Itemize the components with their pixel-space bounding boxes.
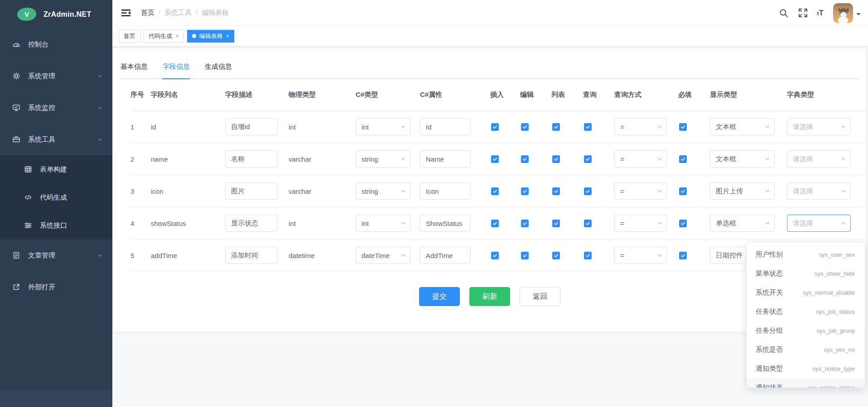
sidebar-collapse-bar[interactable] [0, 390, 112, 407]
user-menu[interactable] [833, 3, 861, 23]
fullscreen-icon[interactable] [798, 8, 808, 18]
sidebar-item-系统接口[interactable]: 系统接口 [0, 211, 112, 239]
app-logo[interactable]: V ZrAdmin.NET [0, 0, 112, 29]
edit-checkbox[interactable] [521, 123, 529, 131]
field-desc-input[interactable] [225, 182, 278, 200]
tab-生成信息[interactable]: 生成信息 [205, 62, 232, 71]
display-type-select[interactable]: 单选框 [710, 215, 775, 232]
cs-type-select[interactable]: string [356, 150, 410, 168]
submit-button[interactable]: 提交 [419, 287, 460, 306]
cs-type-select[interactable]: string [356, 182, 410, 200]
tab-字段信息[interactable]: 字段信息 [163, 62, 190, 71]
dict-option-sys_yes_no[interactable]: 系统是否sys_yes_no [747, 340, 865, 359]
sidebar-menu: 控制台系统管理系统监控系统工具表单构建代码生成系统接口文章管理外部打开 [0, 29, 112, 303]
list-checkbox[interactable] [552, 123, 560, 131]
dict-type-dropdown: 用户性别sys_user_sex菜单状态sys_show_hide系统开关sys… [746, 242, 865, 388]
edit-checkbox[interactable] [521, 155, 529, 163]
dict-option-label: 菜单状态 [756, 269, 783, 278]
tab-编辑表格[interactable]: 编辑表格× [187, 30, 235, 43]
breadcrumb-system-tools[interactable]: 系统工具 [164, 9, 192, 17]
insert-checkbox[interactable] [491, 252, 499, 259]
query-checkbox[interactable] [584, 123, 592, 131]
sidebar-item-外部打开[interactable]: 外部打开 [0, 271, 112, 303]
tab-代码生成[interactable]: 代码生成× [144, 30, 184, 43]
list-checkbox[interactable] [552, 220, 560, 227]
sidebar-item-系统工具[interactable]: 系统工具 [0, 124, 112, 155]
display-type-select[interactable]: 文本框 [710, 118, 775, 135]
field-desc-input[interactable] [225, 247, 278, 264]
external-link-icon [12, 283, 20, 291]
sidebar-item-文章管理[interactable]: 文章管理 [0, 239, 112, 271]
insert-checkbox[interactable] [491, 220, 499, 227]
cs-prop-input[interactable] [420, 118, 471, 135]
tab-首页[interactable]: 首页 [119, 30, 140, 43]
cs-prop-input[interactable] [420, 215, 471, 232]
list-checkbox[interactable] [552, 187, 560, 195]
dict-type-select[interactable]: 请选择 [787, 118, 851, 135]
query-checkbox[interactable] [584, 252, 592, 259]
query-mode-select[interactable]: = [614, 247, 667, 264]
dict-type-select[interactable]: 请选择 [787, 215, 851, 232]
dict-option-sys_normal_disable[interactable]: 系统开关sys_normal_disable [747, 283, 865, 302]
required-checkbox[interactable] [679, 155, 687, 163]
query-mode-select[interactable]: = [614, 150, 667, 168]
breadcrumb-edit-table[interactable]: 编辑表格 [202, 9, 229, 17]
select-value: string [362, 155, 400, 163]
sidebar-item-系统管理[interactable]: 系统管理 [0, 60, 112, 92]
field-desc-input[interactable] [225, 150, 278, 168]
tab-基本信息[interactable]: 基本信息 [121, 62, 148, 71]
column-header-必填: 必填 [678, 91, 710, 99]
back-button[interactable]: 返回 [520, 287, 560, 306]
query-mode-select[interactable]: = [614, 118, 667, 135]
font-size-icon[interactable]: tT [817, 9, 824, 18]
query-checkbox[interactable] [584, 187, 592, 195]
query-checkbox[interactable] [584, 220, 592, 227]
search-icon[interactable] [779, 8, 789, 18]
display-type-select[interactable]: 图片上传 [710, 182, 775, 200]
query-mode-select[interactable]: = [614, 215, 667, 232]
field-desc-input[interactable] [225, 118, 278, 135]
required-checkbox[interactable] [679, 187, 687, 195]
close-icon[interactable]: × [175, 33, 179, 39]
dict-type-select[interactable]: 请选择 [787, 182, 851, 200]
edit-checkbox[interactable] [521, 252, 529, 259]
dict-option-sys_notice_type[interactable]: 通知类型sys_notice_type [747, 359, 865, 378]
dict-option-sys_show_hide[interactable]: 菜单状态sys_show_hide [747, 264, 865, 283]
cs-type-select[interactable]: int [356, 215, 410, 232]
cs-type-select[interactable]: dateTime [356, 247, 410, 264]
dict-option-sys_user_sex[interactable]: 用户性别sys_user_sex [747, 245, 865, 264]
required-checkbox[interactable] [679, 252, 687, 259]
sidebar-toggle-icon[interactable] [121, 9, 130, 17]
cs-type-select[interactable]: int [356, 118, 410, 135]
required-checkbox[interactable] [679, 220, 687, 227]
sidebar-item-代码生成[interactable]: 代码生成 [0, 183, 112, 211]
sidebar-item-系统监控[interactable]: 系统监控 [0, 92, 112, 124]
insert-checkbox[interactable] [491, 123, 499, 131]
list-checkbox[interactable] [552, 252, 560, 259]
dict-option-sys_job_group[interactable]: 任务分组sys_job_group [747, 321, 865, 340]
insert-checkbox[interactable] [491, 155, 499, 163]
dict-option-sys_notice_status[interactable]: 通知状态sys_notice_status [747, 378, 865, 388]
display-type-select[interactable]: 文本框 [710, 150, 775, 168]
close-icon[interactable]: × [226, 33, 230, 39]
sidebar-item-控制台[interactable]: 控制台 [0, 29, 112, 60]
table-header-row: 序号字段列名字段描述物理类型C#类型C#属性插入编辑列表查询查询方式必填显示类型… [130, 79, 866, 111]
cs-prop-input[interactable] [420, 247, 471, 264]
sidebar-item-表单构建[interactable]: 表单构建 [0, 155, 112, 183]
edit-checkbox[interactable] [521, 187, 529, 195]
field-desc-input[interactable] [225, 215, 278, 232]
insert-checkbox[interactable] [491, 187, 499, 195]
refresh-button[interactable]: 刷新 [469, 287, 510, 306]
required-checkbox[interactable] [679, 123, 687, 131]
user-avatar[interactable] [833, 3, 853, 23]
query-checkbox[interactable] [584, 155, 592, 163]
dict-type-select[interactable]: 请选择 [787, 150, 851, 168]
list-checkbox[interactable] [552, 155, 560, 163]
cs-prop-input[interactable] [420, 182, 471, 200]
dict-option-sys_job_status[interactable]: 任务状态sys_job_status [747, 302, 865, 321]
edit-checkbox[interactable] [521, 220, 529, 227]
cs-prop-input[interactable] [420, 150, 471, 168]
query-mode-select[interactable]: = [614, 182, 667, 200]
breadcrumb-home[interactable]: 首页 [141, 9, 154, 17]
dict-option-value: sys_notice_status [808, 384, 855, 388]
